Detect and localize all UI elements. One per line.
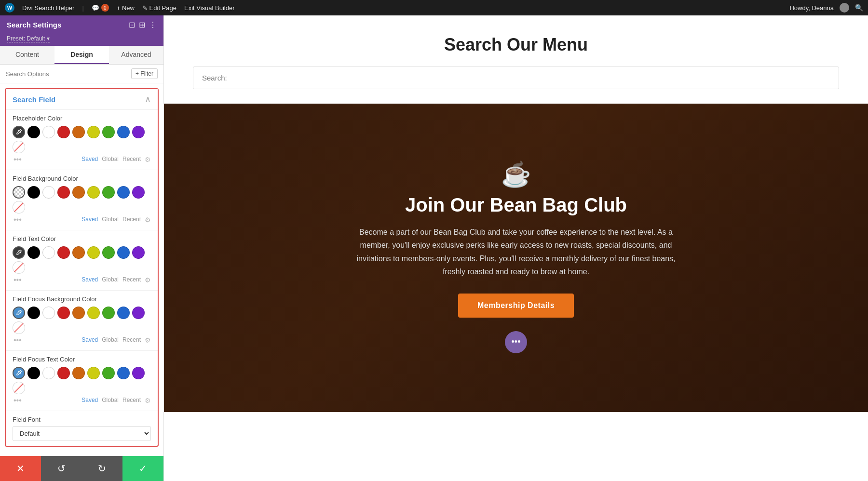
page-search-input[interactable]: [193, 67, 839, 89]
color-purple-3[interactable]: [132, 246, 145, 259]
membership-details-button[interactable]: Membership Details: [458, 294, 574, 318]
saved-link-2[interactable]: Saved: [81, 216, 98, 224]
color-yellow-3[interactable]: [87, 246, 100, 259]
color-clear[interactable]: [13, 141, 25, 153]
color-yellow-2[interactable]: [87, 186, 100, 199]
color-white-4[interactable]: [42, 307, 55, 319]
sidebar-preset[interactable]: Preset: Default ▾: [0, 34, 163, 46]
saved-link-5[interactable]: Saved: [81, 397, 98, 404]
color-black-5[interactable]: [27, 367, 40, 379]
color-black-2[interactable]: [27, 186, 40, 199]
wp-logo-icon[interactable]: W: [5, 3, 14, 13]
color-red-4[interactable]: [57, 307, 70, 319]
focus-icon[interactable]: ⊡: [129, 20, 135, 29]
tab-design[interactable]: Design: [54, 46, 109, 64]
recent-link-2[interactable]: Recent: [122, 216, 141, 224]
search-options-input[interactable]: [6, 70, 127, 78]
dots-circle-button[interactable]: •••: [505, 331, 527, 353]
edit-page-link[interactable]: ✎ Edit Page: [142, 4, 176, 12]
dots-icon-3[interactable]: •••: [14, 276, 22, 284]
dots-icon-4[interactable]: •••: [14, 336, 22, 345]
color-blue[interactable]: [117, 126, 130, 138]
layout-icon[interactable]: ⊞: [139, 20, 145, 29]
color-red[interactable]: [57, 126, 70, 138]
color-orange-2[interactable]: [72, 186, 85, 199]
gear-icon-2[interactable]: ⚙: [145, 216, 151, 224]
checker-swatch[interactable]: [13, 186, 25, 199]
color-white-2[interactable]: [42, 186, 55, 199]
eyedropper-blue-icon-4[interactable]: [13, 307, 25, 319]
new-link[interactable]: + New: [117, 4, 135, 12]
eyedropper-icon[interactable]: [13, 126, 25, 138]
saved-link[interactable]: Saved: [81, 156, 98, 163]
color-blue-5[interactable]: [117, 367, 130, 379]
gear-icon-4[interactable]: ⚙: [145, 336, 151, 344]
tab-content[interactable]: Content: [0, 46, 54, 64]
color-blue-4[interactable]: [117, 307, 130, 319]
gear-icon[interactable]: ⚙: [145, 156, 151, 163]
collapse-icon[interactable]: ∧: [145, 94, 151, 105]
color-red-5[interactable]: [57, 367, 70, 379]
redo-button[interactable]: ↻: [82, 456, 123, 481]
color-black-3[interactable]: [27, 246, 40, 259]
more-options-icon[interactable]: ⋮: [149, 20, 157, 29]
color-yellow-4[interactable]: [87, 307, 100, 319]
color-blue-3[interactable]: [117, 246, 130, 259]
color-white[interactable]: [42, 126, 55, 138]
section-header[interactable]: Search Field ∧: [6, 89, 158, 109]
color-orange-3[interactable]: [72, 246, 85, 259]
filter-button[interactable]: + Filter: [131, 68, 158, 79]
color-purple[interactable]: [132, 126, 145, 138]
color-yellow-5[interactable]: [87, 367, 100, 379]
color-green[interactable]: [102, 126, 115, 138]
global-link[interactable]: Global: [102, 156, 119, 163]
color-clear-4[interactable]: [13, 321, 25, 334]
global-link-5[interactable]: Global: [102, 397, 119, 404]
color-yellow[interactable]: [87, 126, 100, 138]
color-black[interactable]: [27, 126, 40, 138]
dots-icon[interactable]: •••: [14, 155, 22, 164]
global-link-4[interactable]: Global: [102, 336, 119, 344]
save-button[interactable]: ✓: [122, 456, 163, 481]
color-green-4[interactable]: [102, 307, 115, 319]
saved-link-4[interactable]: Saved: [81, 336, 98, 344]
gear-icon-3[interactable]: ⚙: [145, 276, 151, 284]
color-orange-5[interactable]: [72, 367, 85, 379]
color-clear-5[interactable]: [13, 382, 25, 394]
saved-link-3[interactable]: Saved: [81, 276, 98, 284]
color-purple-5[interactable]: [132, 367, 145, 379]
color-white-3[interactable]: [42, 246, 55, 259]
color-black-4[interactable]: [27, 307, 40, 319]
color-red-3[interactable]: [57, 246, 70, 259]
user-avatar[interactable]: [840, 3, 849, 13]
recent-link[interactable]: Recent: [122, 156, 141, 163]
tab-advanced[interactable]: Advanced: [109, 46, 163, 64]
global-link-3[interactable]: Global: [102, 276, 119, 284]
color-white-5[interactable]: [42, 367, 55, 379]
cancel-button[interactable]: ✕: [0, 456, 41, 481]
eyedropper-icon-3[interactable]: [13, 246, 25, 259]
comment-link[interactable]: 💬 0: [92, 4, 109, 12]
field-font-select[interactable]: Default Open Sans Roboto Lato Montserrat: [13, 426, 151, 441]
color-green-2[interactable]: [102, 186, 115, 199]
color-clear-3[interactable]: [13, 261, 25, 274]
undo-button[interactable]: ↺: [41, 456, 82, 481]
dots-icon-5[interactable]: •••: [14, 396, 22, 405]
color-purple-4[interactable]: [132, 307, 145, 319]
dots-icon-2[interactable]: •••: [14, 215, 22, 224]
color-orange[interactable]: [72, 126, 85, 138]
recent-link-3[interactable]: Recent: [122, 276, 141, 284]
color-green-5[interactable]: [102, 367, 115, 379]
exit-builder-link[interactable]: Exit Visual Builder: [184, 4, 235, 12]
color-red-2[interactable]: [57, 186, 70, 199]
divi-helper-link[interactable]: Divi Search Helper: [22, 4, 74, 12]
color-green-3[interactable]: [102, 246, 115, 259]
admin-search-icon[interactable]: 🔍: [855, 4, 863, 12]
color-clear-2[interactable]: [13, 201, 25, 214]
gear-icon-5[interactable]: ⚙: [145, 397, 151, 404]
global-link-2[interactable]: Global: [102, 216, 119, 224]
recent-link-5[interactable]: Recent: [122, 397, 141, 404]
eyedropper-blue-icon-5[interactable]: [13, 367, 25, 379]
recent-link-4[interactable]: Recent: [122, 336, 141, 344]
color-purple-2[interactable]: [132, 186, 145, 199]
